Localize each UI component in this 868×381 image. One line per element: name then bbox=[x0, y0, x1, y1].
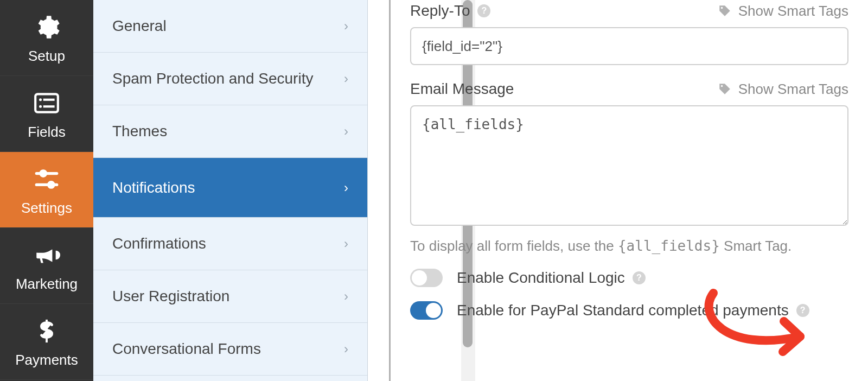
gear-icon bbox=[30, 11, 63, 43]
settings-tab-label: Notifications bbox=[112, 179, 195, 196]
help-icon[interactable]: ? bbox=[796, 304, 809, 317]
chevron-right-icon: › bbox=[344, 124, 348, 139]
secondary-sidebar: General › Spam Protection and Security ›… bbox=[93, 0, 368, 381]
svg-point-8 bbox=[49, 182, 54, 188]
settings-tab-user-registration[interactable]: User Registration › bbox=[93, 270, 367, 323]
help-icon[interactable]: ? bbox=[477, 4, 490, 17]
settings-tab-conversational-forms[interactable]: Conversational Forms › bbox=[93, 323, 367, 376]
svg-point-1 bbox=[39, 98, 42, 101]
sidebar-label: Marketing bbox=[16, 276, 78, 293]
email-message-label: Email Message bbox=[410, 80, 514, 98]
chevron-right-icon: › bbox=[344, 180, 348, 195]
email-message-hint: To display all form fields, use the {all… bbox=[410, 238, 848, 255]
help-icon[interactable]: ? bbox=[633, 271, 646, 284]
sliders-icon bbox=[30, 163, 63, 195]
settings-tab-label: User Registration bbox=[112, 288, 229, 305]
list-icon bbox=[30, 87, 63, 119]
conditional-logic-toggle[interactable] bbox=[410, 269, 443, 287]
settings-tab-label: General bbox=[112, 17, 167, 35]
settings-tab-label: Conversational Forms bbox=[112, 340, 261, 358]
chevron-right-icon: › bbox=[344, 289, 348, 304]
annotation-arrow bbox=[692, 282, 833, 369]
conditional-logic-label: Enable Conditional Logic ? bbox=[457, 269, 646, 287]
sidebar-item-payments[interactable]: Payments bbox=[0, 304, 93, 380]
reply-to-label: Reply-To ? bbox=[410, 2, 490, 20]
paypal-complete-toggle[interactable] bbox=[410, 301, 443, 320]
tag-icon bbox=[718, 82, 732, 96]
settings-tab-notifications[interactable]: Notifications › bbox=[93, 158, 367, 218]
svg-point-3 bbox=[39, 105, 42, 108]
sidebar-item-settings[interactable]: Settings bbox=[0, 152, 93, 228]
svg-point-10 bbox=[721, 85, 723, 87]
settings-tab-label: Themes bbox=[112, 123, 167, 140]
svg-rect-4 bbox=[43, 105, 55, 107]
sidebar-label: Setup bbox=[28, 48, 65, 65]
reply-to-input[interactable] bbox=[410, 27, 848, 65]
show-smart-tags-link[interactable]: Show Smart Tags bbox=[718, 81, 848, 98]
dollar-icon bbox=[30, 315, 63, 347]
chevron-right-icon: › bbox=[344, 18, 348, 34]
sidebar-item-marketing[interactable]: Marketing bbox=[0, 228, 93, 304]
sidebar-item-setup[interactable]: Setup bbox=[0, 0, 93, 76]
tag-icon bbox=[718, 4, 732, 18]
chevron-right-icon: › bbox=[344, 71, 348, 86]
svg-rect-0 bbox=[35, 94, 58, 112]
svg-point-6 bbox=[41, 171, 46, 176]
settings-tab-general[interactable]: General › bbox=[93, 0, 367, 53]
svg-rect-2 bbox=[43, 99, 55, 101]
email-message-textarea[interactable]: {all_fields} bbox=[410, 105, 848, 226]
show-smart-tags-link[interactable]: Show Smart Tags bbox=[718, 3, 848, 20]
settings-tab-themes[interactable]: Themes › bbox=[93, 105, 367, 158]
sidebar-label: Settings bbox=[21, 200, 72, 217]
sidebar-item-fields[interactable]: Fields bbox=[0, 76, 93, 152]
settings-tab-label: Spam Protection and Security bbox=[112, 70, 313, 87]
notification-settings-panel: Reply-To ? Show Smart Tags Email Message… bbox=[391, 0, 868, 381]
paypal-complete-label: Enable for PayPal Standard completed pay… bbox=[457, 302, 809, 319]
chevron-right-icon: › bbox=[344, 341, 348, 357]
panel-divider bbox=[368, 0, 391, 381]
svg-point-9 bbox=[721, 7, 723, 9]
paypal-complete-row: Enable for PayPal Standard completed pay… bbox=[410, 301, 848, 320]
settings-tab-label: Confirmations bbox=[112, 235, 206, 252]
chevron-right-icon: › bbox=[344, 236, 348, 251]
settings-tab-confirmations[interactable]: Confirmations › bbox=[93, 218, 367, 270]
sidebar-label: Fields bbox=[28, 124, 65, 141]
conditional-logic-row: Enable Conditional Logic ? bbox=[410, 269, 848, 287]
bullhorn-icon bbox=[30, 239, 63, 271]
primary-sidebar: Setup Fields Settings Marketing Payments bbox=[0, 0, 93, 381]
settings-tab-spam[interactable]: Spam Protection and Security › bbox=[93, 53, 367, 105]
sidebar-label: Payments bbox=[15, 352, 78, 369]
email-message-field: Email Message Show Smart Tags {all_field… bbox=[410, 80, 848, 228]
reply-to-field: Reply-To ? Show Smart Tags bbox=[410, 2, 848, 65]
